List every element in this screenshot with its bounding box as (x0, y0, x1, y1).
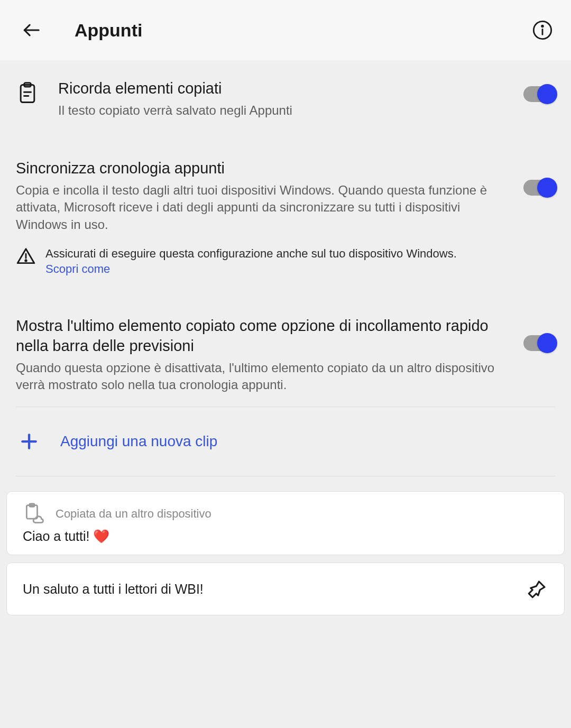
clip-content: Un saluto a tutti i lettori di WBI! (23, 582, 526, 597)
setting-description: Il testo copiato verrà salvato negli App… (58, 102, 513, 119)
setting-remember-copied: Ricorda elementi copiati Il testo copiat… (0, 60, 571, 135)
clip-item[interactable]: Copiata da un altro dispositivo Ciao a t… (6, 491, 565, 555)
setting-text: Sincronizza cronologia appunti Copia e i… (16, 159, 523, 233)
add-new-clip-button[interactable]: Aggiungi una nuova clip (0, 407, 571, 476)
page-title: Appunti (75, 20, 530, 41)
arrow-left-icon (22, 21, 40, 39)
add-clip-label: Aggiungi una nuova clip (60, 433, 217, 450)
toggle-knob (537, 178, 557, 198)
info-button[interactable] (530, 17, 555, 43)
svg-point-3 (542, 25, 544, 27)
divider (16, 476, 555, 476)
toggle-knob (537, 333, 557, 353)
content-area: Ricorda elementi copiati Il testo copiat… (0, 60, 571, 615)
setting-description: Quando questa opzione è disattivata, l'u… (16, 360, 513, 394)
clip-origin-label: Copiata da un altro dispositivo (56, 507, 211, 521)
clipboard-icon (16, 81, 39, 105)
toggle-remember-copied[interactable] (523, 86, 555, 102)
setting-text: Ricorda elementi copiati Il testo copiat… (58, 79, 523, 119)
setting-title: Sincronizza cronologia appunti (16, 159, 513, 179)
plus-icon (20, 432, 38, 450)
info-icon (532, 20, 553, 41)
setting-sync-history: Sincronizza cronologia appunti Copia e i… (0, 135, 571, 246)
warning-message: Assicurati di eseguire questa configuraz… (45, 247, 457, 260)
pin-icon[interactable] (526, 578, 548, 600)
setting-show-last-copied: Mostra l'ultimo elemento copiato come op… (0, 292, 571, 407)
toggle-show-last-copied[interactable] (523, 335, 555, 351)
learn-how-link[interactable]: Scopri come (45, 262, 110, 275)
svg-point-9 (25, 260, 27, 262)
warning-triangle-icon (16, 246, 36, 266)
toggle-sync-history[interactable] (523, 180, 555, 196)
back-button[interactable] (19, 17, 44, 43)
setting-text: Mostra l'ultimo elemento copiato come op… (16, 316, 523, 393)
setting-title: Mostra l'ultimo elemento copiato come op… (16, 316, 513, 356)
clipboard-cloud-icon (23, 502, 46, 526)
clip-content: Copiata da un altro dispositivo Ciao a t… (23, 502, 548, 544)
clip-text: Un saluto a tutti i lettori di WBI! (23, 582, 526, 597)
page-header: Appunti (0, 0, 571, 60)
warning-text: Assicurati di eseguire questa configuraz… (45, 246, 457, 277)
setting-description: Copia e incolla il testo dagli altri tuo… (16, 182, 513, 233)
toggle-knob (537, 84, 557, 104)
setting-title: Ricorda elementi copiati (58, 79, 513, 99)
clip-item[interactable]: Un saluto a tutti i lettori di WBI! (6, 563, 565, 615)
clip-text: Ciao a tutti! ❤️ (23, 529, 548, 544)
sync-warning: Assicurati di eseguire questa configuraz… (0, 246, 571, 292)
